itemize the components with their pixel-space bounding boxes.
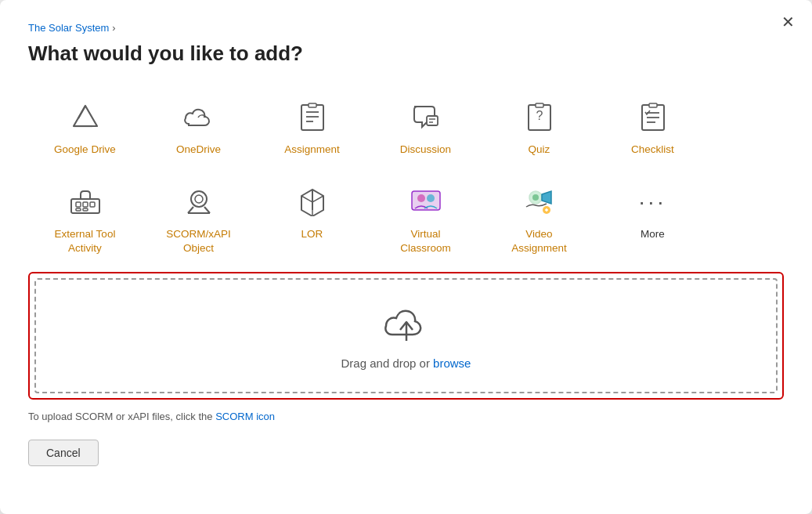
svg-rect-20 xyxy=(76,202,81,207)
svg-rect-24 xyxy=(83,208,88,211)
lor-label: LOR xyxy=(301,227,323,241)
item-row-1: Google Drive OneDrive Ass xyxy=(28,88,784,166)
quiz-icon: ? xyxy=(526,100,553,135)
upload-icon xyxy=(381,303,431,347)
svg-point-30 xyxy=(427,194,435,202)
onedrive-button[interactable]: OneDrive xyxy=(142,88,255,166)
discussion-button[interactable]: Discussion xyxy=(369,88,482,166)
onedrive-label: OneDrive xyxy=(176,143,221,157)
modal: ✕ The Solar System › What would you like… xyxy=(0,0,812,514)
dropzone-label: Drag and drop or xyxy=(341,357,434,370)
google-drive-button[interactable]: Google Drive xyxy=(28,88,142,166)
discussion-label: Discussion xyxy=(400,143,451,157)
video-assignment-icon xyxy=(523,185,556,219)
svg-point-29 xyxy=(417,194,425,202)
svg-rect-22 xyxy=(90,202,95,207)
checklist-icon xyxy=(640,100,666,135)
more-button[interactable]: ··· More xyxy=(596,172,709,265)
svg-rect-21 xyxy=(83,202,88,207)
onedrive-icon xyxy=(182,100,215,135)
svg-rect-23 xyxy=(76,208,81,211)
video-assignment-button[interactable]: VideoAssignment xyxy=(482,172,596,265)
assignment-button[interactable]: Assignment xyxy=(255,88,369,166)
external-tool-icon xyxy=(70,185,101,219)
scorm-button[interactable]: SCORM/xAPIObject xyxy=(142,172,255,265)
dropzone-text: Drag and drop or browse xyxy=(341,357,471,370)
breadcrumb-separator: › xyxy=(112,22,115,34)
virtual-classroom-button[interactable]: VirtualClassroom xyxy=(369,172,482,265)
quiz-label: Quiz xyxy=(529,143,550,157)
svg-line-1 xyxy=(78,106,85,118)
cancel-button[interactable]: Cancel xyxy=(28,440,99,466)
more-icon: ··· xyxy=(639,185,666,219)
external-tool-button[interactable]: External ToolActivity xyxy=(28,172,142,265)
quiz-button[interactable]: ? Quiz xyxy=(482,88,596,166)
assignment-label: Assignment xyxy=(284,143,340,157)
google-drive-icon xyxy=(70,100,100,135)
browse-link[interactable]: browse xyxy=(433,357,471,370)
svg-text:?: ? xyxy=(536,109,543,122)
external-tool-label: External ToolActivity xyxy=(55,227,116,255)
svg-rect-13 xyxy=(536,103,543,107)
page-title: What would you like to add? xyxy=(28,42,784,66)
scorm-label: SCORM/xAPIObject xyxy=(166,227,231,255)
scorm-hint: To upload SCORM or xAPI files, click the… xyxy=(28,411,784,422)
svg-point-25 xyxy=(191,191,207,207)
video-assignment-label: VideoAssignment xyxy=(511,227,567,255)
google-drive-label: Google Drive xyxy=(54,143,116,157)
discussion-icon xyxy=(411,100,441,135)
scorm-icon xyxy=(183,185,215,219)
svg-rect-18 xyxy=(649,103,657,107)
close-button[interactable]: ✕ xyxy=(781,14,795,30)
lor-button[interactable]: LOR xyxy=(255,172,369,265)
svg-rect-3 xyxy=(301,105,323,130)
svg-marker-0 xyxy=(74,106,97,126)
lor-icon xyxy=(298,185,327,219)
svg-point-26 xyxy=(195,195,203,203)
svg-rect-7 xyxy=(309,103,316,107)
virtual-classroom-icon xyxy=(410,185,442,219)
svg-rect-8 xyxy=(427,116,438,125)
item-row-2: External ToolActivity SCORM/xAPIObject xyxy=(28,172,784,265)
svg-point-32 xyxy=(532,194,539,201)
hint-text: To upload SCORM or xAPI files, click the xyxy=(28,411,215,422)
checklist-label: Checklist xyxy=(631,143,674,157)
virtual-classroom-label: VirtualClassroom xyxy=(400,227,451,255)
scorm-icon-link[interactable]: SCORM icon xyxy=(215,411,275,422)
dropzone-wrapper: Drag and drop or browse xyxy=(28,272,784,400)
checklist-button[interactable]: Checklist xyxy=(596,88,709,166)
dropzone[interactable]: Drag and drop or browse xyxy=(34,278,778,393)
more-label: More xyxy=(641,227,665,241)
assignment-icon xyxy=(299,100,326,135)
breadcrumb: The Solar System › xyxy=(28,22,784,34)
breadcrumb-link[interactable]: The Solar System xyxy=(28,22,109,34)
